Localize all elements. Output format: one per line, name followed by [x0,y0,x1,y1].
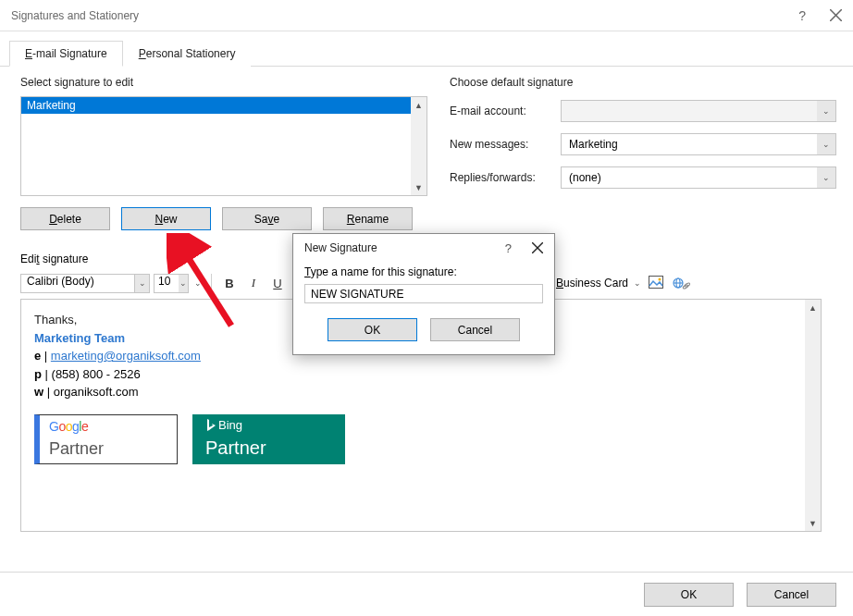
modal-titlebar: New Signature ? [293,234,554,262]
save-button[interactable]: Save [222,207,312,230]
editor-scrollbar[interactable]: ▲ ▼ [805,300,821,531]
separator [211,274,212,292]
help-icon[interactable]: ? [798,8,806,23]
scroll-up-icon[interactable]: ▲ [809,300,817,315]
defaults-heading: Choose default signature [450,76,836,89]
replies-label: Replies/forwards: [450,171,551,184]
new-messages-select[interactable]: Marketing ⌄ [561,133,836,155]
replies-select[interactable]: (none) ⌄ [561,166,836,189]
google-logo: Google [49,417,177,437]
modal-title: New Signature [304,241,377,254]
chevron-down-icon: ⌄ [817,167,835,188]
list-scrollbar[interactable]: ▲ ▼ [411,97,426,195]
tabs: E-mail Signature Personal Stationery [0,31,853,67]
new-button[interactable]: New [121,207,211,230]
replies-value: (none) [569,171,601,184]
scroll-down-icon[interactable]: ▼ [809,515,817,531]
col-left: Select signature to edit Marketing ▲ ▼ D… [20,76,427,230]
partner-badges: Google Partner Bing Partner [34,414,808,464]
close-icon[interactable] [830,9,842,21]
col-right: Choose default signature E-mail account:… [450,76,836,230]
bizcard-dropdown-icon[interactable]: ⌄ [632,278,643,288]
scroll-down-icon[interactable]: ▼ [411,179,426,195]
cancel-button[interactable]: Cancel [747,583,836,607]
underline-button[interactable]: U [267,273,288,293]
italic-button[interactable]: I [243,273,264,293]
sig-web-line: w | organiksoft.com [34,383,808,401]
tab-email-signature[interactable]: E-mail Signature [9,41,123,67]
modal-close-icon[interactable] [532,242,543,253]
modal-buttons: OK Cancel [304,318,543,341]
content: Select signature to edit Marketing ▲ ▼ D… [0,67,853,230]
signature-list[interactable]: Marketing ▲ ▼ [20,96,427,196]
hyperlink-button[interactable] [671,273,691,293]
titlebar-title: Signatures and Stationery [11,9,139,22]
titlebar-actions: ? [798,8,842,23]
size-select[interactable]: 10 ⌄ [154,274,189,293]
new-messages-value: Marketing [569,138,618,151]
ok-button[interactable]: OK [644,583,734,607]
modal-cancel-button[interactable]: Cancel [430,318,520,341]
bold-button[interactable]: B [219,273,240,293]
bing-partner-text: Partner [205,434,345,462]
rename-button[interactable]: Rename [323,207,413,230]
row-new-messages: New messages: Marketing ⌄ [450,133,836,155]
font-select[interactable]: Calibri (Body) ⌄ [20,274,150,293]
google-partner-badge: Google Partner [34,414,178,464]
sig-email-link[interactable]: marketing@organiksoft.com [51,349,201,363]
titlebar: Signatures and Stationery ? [0,0,853,31]
chevron-down-icon: ⌄ [179,275,188,292]
signature-list-item[interactable]: Marketing [21,97,426,114]
chevron-down-icon: ⌄ [134,275,149,292]
chevron-down-icon: ⌄ [817,134,835,154]
bottom-bar: OK Cancel [0,572,853,616]
new-signature-modal: New Signature ? Type a name for this sig… [292,233,555,355]
new-messages-label: New messages: [450,138,551,151]
sig-phone-line: p | (858) 800 - 2526 [34,365,808,384]
modal-body: Type a name for this signature: OK Cance… [293,265,554,354]
email-account-label: E-mail account: [450,105,551,117]
signature-name-input[interactable] [304,284,543,303]
modal-ok-button[interactable]: OK [328,318,417,341]
bing-logo: Bing [205,416,345,435]
scroll-up-icon[interactable]: ▲ [411,97,426,113]
svg-rect-7 [649,277,663,289]
delete-button[interactable]: Delete [20,207,110,230]
modal-prompt: Type a name for this signature: [304,265,543,278]
select-signature-label: Select signature to edit [20,76,427,89]
row-email-account: E-mail account: ⌄ [450,100,836,122]
email-account-select[interactable]: ⌄ [561,100,836,122]
chevron-down-icon: ⌄ [817,101,835,121]
size-dropdown-icon[interactable]: ⌄ [192,278,204,288]
row-replies: Replies/forwards: (none) ⌄ [450,166,836,189]
bing-partner-badge: Bing Partner [192,414,345,464]
svg-point-8 [659,278,661,281]
signature-buttons: Delete New Save Rename [20,207,427,230]
picture-button[interactable] [647,273,667,293]
tab-personal-stationery[interactable]: Personal Stationery [123,41,252,67]
google-partner-text: Partner [49,437,177,462]
modal-help-icon[interactable]: ? [505,241,512,255]
